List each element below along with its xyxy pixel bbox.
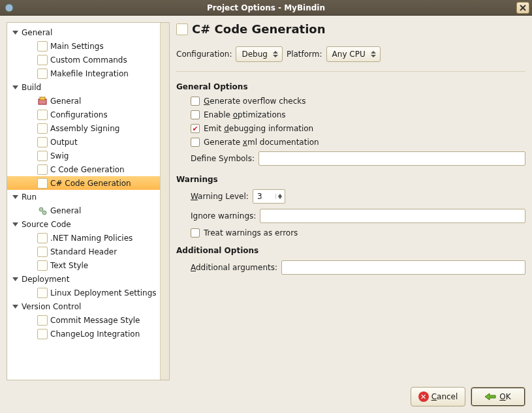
chevron-down-icon[interactable] [11, 29, 19, 37]
checkbox-icon[interactable] [191, 97, 200, 106]
tree-item-configurations[interactable]: Configurations [7, 108, 160, 121]
checkbox-icon[interactable] [191, 124, 200, 133]
tree-group-run[interactable]: Run [7, 190, 160, 204]
tree-item-c-code-generation[interactable]: C Code Generation [7, 162, 160, 176]
tree-group-source-code[interactable]: Source Code [7, 217, 160, 231]
checkbox-label: Treat warnings as errors [204, 228, 298, 237]
check-treat-warnings-as-errors[interactable]: Treat warnings as errors [191, 228, 525, 237]
define-symbols-input[interactable] [258, 151, 525, 166]
chevron-down-icon[interactable] [11, 193, 19, 201]
spin-buttons[interactable] [275, 194, 285, 199]
svg-marker-11 [12, 277, 18, 281]
checkbox-icon[interactable] [191, 110, 200, 119]
check-emit-debugging[interactable]: Emit debugging information [191, 124, 525, 133]
tree-group-build[interactable]: Build [7, 80, 160, 94]
page-icon [176, 23, 188, 35]
additional-args-input[interactable] [281, 260, 525, 275]
svg-marker-3 [12, 31, 18, 35]
tree-label: Version Control [22, 302, 81, 311]
check-generate-xml[interactable]: Generate xml documentation [191, 138, 525, 147]
options-tree[interactable]: General Main Settings Custom Commands Ma… [7, 23, 160, 380]
cancel-button[interactable]: ✕ Cancel [411, 387, 465, 406]
check-enable-optimizations[interactable]: Enable optimizations [191, 110, 525, 119]
main-panel: C# Code Generation Configuration: Debug … [176, 22, 525, 380]
page-icon [37, 164, 48, 175]
tree-group-deployment[interactable]: Deployment [7, 272, 160, 286]
tree-item-makefile-integration[interactable]: Makefile Integration [7, 67, 160, 80]
svg-marker-7 [12, 195, 18, 199]
page-icon [37, 69, 48, 79]
define-symbols-label: Define Symbols: [191, 154, 255, 163]
chevron-down-icon[interactable] [11, 221, 19, 228]
page-icon [37, 137, 48, 147]
platform-combo[interactable]: Any CPU [326, 46, 381, 62]
tree-item-custom-commands[interactable]: Custom Commands [7, 53, 160, 67]
checkbox-icon[interactable] [191, 138, 200, 147]
tree-label: General [50, 97, 81, 106]
page-icon [37, 178, 48, 189]
tree-item-csharp-code-generation[interactable]: C# Code Generation [7, 176, 160, 190]
tree-item-changelog-integration[interactable]: ChangeLog Integration [7, 327, 160, 341]
configuration-combo[interactable]: Debug [236, 46, 282, 62]
svg-point-9 [42, 211, 46, 215]
tree-label: Deployment [22, 275, 69, 284]
section-general-options-title: General Options [176, 82, 525, 91]
page-header: C# Code Generation [176, 22, 525, 36]
page-icon [37, 233, 48, 243]
check-generate-overflow[interactable]: Generate overflow checks [191, 97, 525, 106]
additional-args-label: Additional arguments: [191, 263, 277, 272]
tree-group-version-control[interactable]: Version Control [7, 299, 160, 313]
tree-label: C Code Generation [50, 165, 125, 174]
tree-item-assembly-signing[interactable]: Assembly Signing [7, 121, 160, 135]
checkbox-label: Emit debugging information [204, 124, 313, 133]
tree-label: Assembly Signing [50, 124, 119, 133]
ignore-warnings-input[interactable] [260, 209, 525, 223]
svg-marker-13 [485, 393, 495, 400]
tree-label: .NET Naming Policies [50, 234, 133, 243]
button-label: Cancel [431, 392, 458, 401]
svg-point-8 [39, 207, 43, 211]
tree-item-run-general[interactable]: General [7, 204, 160, 217]
tree-label: Makefile Integration [50, 69, 129, 78]
page-icon [37, 260, 48, 271]
tree-label: Configurations [50, 110, 108, 119]
tree-label: Build [22, 83, 41, 92]
spin-icon [272, 51, 279, 57]
package-icon [37, 96, 48, 106]
page-icon [37, 151, 48, 161]
tree-label: Main Settings [50, 42, 104, 51]
tree-label: Linux Deployment Settings [50, 288, 157, 298]
warning-level-spin[interactable]: 3 [253, 189, 285, 204]
tree-label: Source Code [22, 220, 71, 229]
tree-item-linux-deployment[interactable]: Linux Deployment Settings [7, 286, 160, 299]
titlebar: Project Options - MyBindin [0, 0, 532, 16]
platform-label: Platform: [287, 50, 322, 59]
svg-marker-12 [12, 305, 18, 309]
checkbox-label: Generate overflow checks [204, 97, 306, 106]
page-icon [37, 288, 48, 298]
chevron-down-icon[interactable] [11, 275, 19, 283]
chevron-down-icon[interactable] [11, 303, 19, 311]
page-icon [37, 123, 48, 134]
close-icon[interactable] [516, 2, 529, 14]
sidebar: General Main Settings Custom Commands Ma… [7, 22, 170, 380]
tree-item-commit-message-style[interactable]: Commit Message Style [7, 313, 160, 327]
tree-group-general[interactable]: General [7, 25, 160, 39]
tree-label: Text Style [50, 261, 88, 270]
tree-item-text-style[interactable]: Text Style [7, 258, 160, 272]
svg-marker-10 [12, 222, 18, 226]
checkbox-icon[interactable] [191, 228, 200, 237]
svg-point-0 [5, 4, 13, 12]
tree-item-main-settings[interactable]: Main Settings [7, 39, 160, 53]
config-bar: Configuration: Debug Platform: Any CPU [176, 46, 525, 62]
tree-item-output[interactable]: Output [7, 135, 160, 149]
scrollbar[interactable] [160, 23, 169, 380]
tree-item-net-naming[interactable]: .NET Naming Policies [7, 231, 160, 245]
tree-item-swig[interactable]: Swig [7, 149, 160, 162]
warning-level-label: Warning Level: [191, 192, 249, 201]
tree-item-build-general[interactable]: General [7, 94, 160, 108]
tree-item-standard-header[interactable]: Standard Header [7, 245, 160, 258]
tree-label: General [22, 28, 52, 37]
ok-button[interactable]: OK [471, 387, 525, 406]
chevron-down-icon[interactable] [11, 84, 19, 91]
